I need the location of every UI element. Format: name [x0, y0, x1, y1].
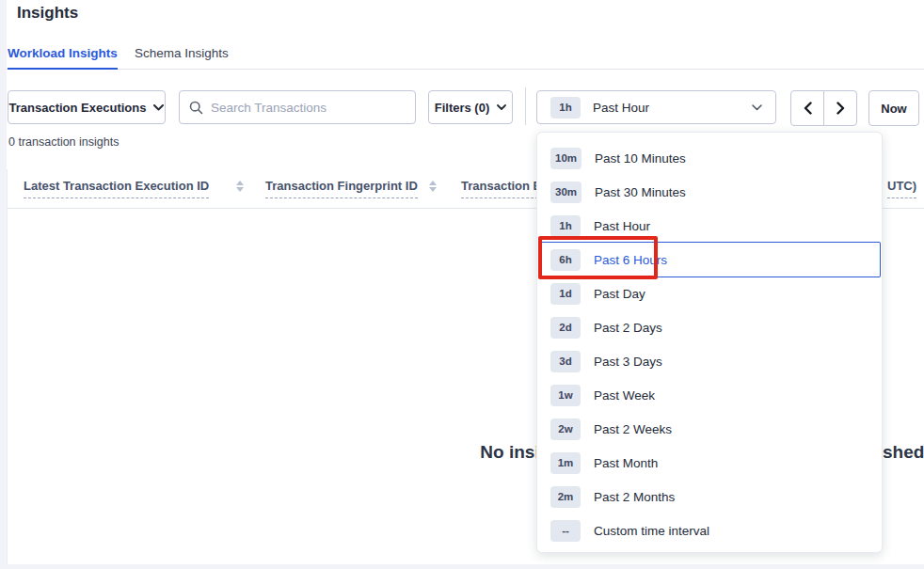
menu-item-past-30-minutes[interactable]: 30m Past 30 Minutes: [539, 175, 880, 209]
sort-icon[interactable]: [428, 181, 437, 192]
interval-badge: 6h: [550, 249, 581, 271]
interval-badge: 1d: [550, 283, 581, 305]
chevron-down-icon: [153, 104, 164, 111]
interval-badge: 3d: [550, 351, 581, 372]
interval-badge: 1m: [550, 452, 581, 474]
interval-badge: 2d: [550, 317, 581, 339]
menu-item-past-2-weeks[interactable]: 2w Past 2 Weeks: [539, 412, 880, 446]
insights-count: 0 transaction insights: [8, 135, 119, 149]
menu-item-past-3-days[interactable]: 3d Past 3 Days: [539, 344, 880, 378]
menu-item-past-day[interactable]: 1d Past Day: [539, 277, 880, 310]
menu-item-past-month[interactable]: 1m Past Month: [539, 446, 880, 480]
menu-item-past-week[interactable]: 1w Past Week: [539, 378, 880, 412]
time-interval-select[interactable]: 1h Past Hour: [536, 90, 776, 124]
menu-item-past-hour[interactable]: 1h Past Hour: [539, 209, 880, 243]
tab-bar: Workload Insights Schema Insights: [7, 41, 924, 70]
menu-item-past-6-hours[interactable]: 6h Past 6 Hours: [539, 243, 880, 277]
time-interval-dropdown: 10m Past 10 Minutes 30m Past 30 Minutes …: [536, 132, 883, 553]
time-interval-label: Past Hour: [593, 101, 740, 115]
interval-badge: 30m: [550, 182, 581, 203]
search-input[interactable]: [211, 101, 406, 115]
chevron-down-icon: [752, 104, 762, 111]
tab-workload-insights[interactable]: Workload Insights: [8, 43, 118, 70]
interval-badge: --: [550, 520, 581, 542]
filters-label: Filters (0): [435, 101, 490, 115]
column-header-latest-txn-execution-id[interactable]: Latest Transaction Execution ID: [24, 179, 209, 198]
column-header-txn-fingerprint-id[interactable]: Transaction Fingerprint ID: [265, 179, 418, 198]
interval-badge: 2m: [550, 486, 581, 508]
chevron-down-icon: [497, 104, 506, 110]
interval-badge: 2w: [550, 419, 581, 440]
search-transactions-box[interactable]: [179, 90, 416, 124]
previous-interval-button[interactable]: [790, 90, 824, 126]
page-title: Insights: [17, 4, 78, 23]
now-button[interactable]: Now: [868, 90, 919, 126]
next-interval-button[interactable]: [823, 90, 857, 126]
search-icon: [189, 101, 203, 115]
menu-item-past-2-days[interactable]: 2d Past 2 Days: [539, 310, 880, 344]
transaction-type-select[interactable]: Transaction Executions: [8, 90, 166, 124]
main-content-surface: Insights Workload Insights Schema Insigh…: [7, 0, 924, 564]
time-interval-badge: 1h: [550, 97, 581, 119]
sort-icon[interactable]: [235, 181, 244, 192]
interval-badge: 1w: [550, 385, 581, 406]
time-nav-arrows: [790, 90, 857, 126]
menu-item-custom-time-interval[interactable]: -- Custom time interval: [539, 514, 880, 547]
menu-item-past-10-minutes[interactable]: 10m Past 10 Minutes: [539, 141, 880, 175]
chevron-right-icon: [836, 102, 845, 115]
interval-badge: 1h: [550, 215, 581, 237]
interval-badge: 10m: [550, 148, 581, 169]
transaction-type-label: Transaction Executions: [9, 101, 147, 115]
column-header-utc[interactable]: UTC): [887, 179, 916, 198]
toolbar-divider: [525, 87, 526, 125]
filters-button[interactable]: Filters (0): [428, 90, 513, 124]
tab-schema-insights[interactable]: Schema Insights: [135, 43, 229, 70]
column-header-transaction-ex[interactable]: Transaction Ex: [461, 179, 548, 198]
chevron-left-icon: [804, 102, 812, 115]
menu-item-past-2-months[interactable]: 2m Past 2 Months: [539, 480, 880, 514]
